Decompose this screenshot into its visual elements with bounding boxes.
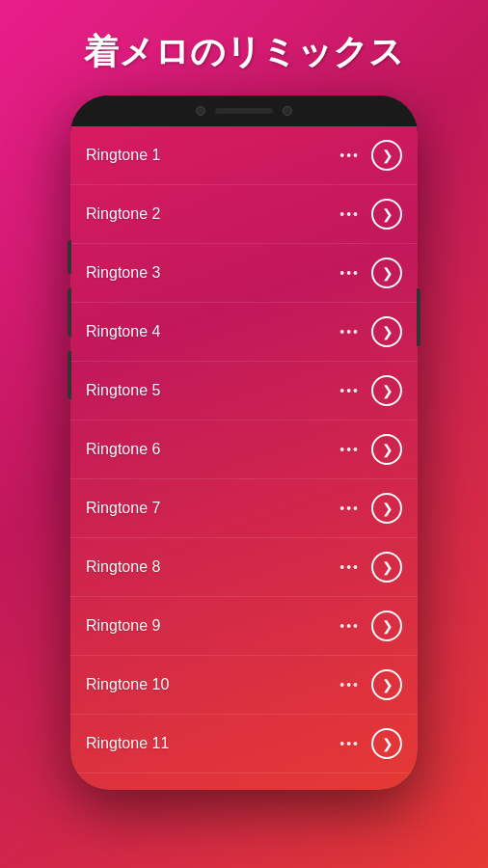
front-camera bbox=[196, 106, 205, 116]
play-button[interactable]: ❯ bbox=[371, 434, 402, 465]
volume-down-button bbox=[68, 351, 71, 399]
ringtone-item[interactable]: Ringtone 9•••❯ bbox=[70, 597, 418, 656]
ringtone-controls: •••❯ bbox=[339, 199, 402, 230]
ringtone-controls: •••❯ bbox=[339, 552, 402, 583]
ringtone-item[interactable]: Ringtone 6•••❯ bbox=[70, 420, 418, 479]
phone-notch bbox=[70, 95, 418, 126]
volume-up-button bbox=[68, 288, 71, 337]
ringtone-controls: •••❯ bbox=[339, 258, 402, 288]
ringtone-item[interactable]: Ringtone 5•••❯ bbox=[70, 362, 418, 420]
more-options-icon[interactable]: ••• bbox=[339, 442, 360, 457]
play-button[interactable]: ❯ bbox=[371, 669, 402, 700]
ringtone-controls: •••❯ bbox=[339, 316, 402, 347]
ringtone-item[interactable]: Ringtone 10•••❯ bbox=[70, 656, 418, 715]
phone-mockup: Ringtone 1•••❯Ringtone 2•••❯Ringtone 3••… bbox=[70, 95, 418, 790]
play-button[interactable]: ❯ bbox=[371, 258, 402, 288]
more-options-icon[interactable]: ••• bbox=[339, 501, 360, 516]
play-button[interactable]: ❯ bbox=[371, 199, 402, 230]
ringtone-item[interactable]: Ringtone 7•••❯ bbox=[70, 479, 418, 538]
ringtone-item[interactable]: Ringtone 4•••❯ bbox=[70, 303, 418, 362]
play-button[interactable]: ❯ bbox=[371, 493, 402, 524]
play-button[interactable]: ❯ bbox=[371, 375, 402, 406]
chevron-right-icon: ❯ bbox=[382, 383, 393, 398]
ringtone-name: Ringtone 8 bbox=[86, 558, 339, 576]
chevron-right-icon: ❯ bbox=[382, 206, 393, 222]
phone-screen: Ringtone 1•••❯Ringtone 2•••❯Ringtone 3••… bbox=[70, 126, 418, 790]
chevron-right-icon: ❯ bbox=[382, 736, 393, 751]
ringtone-item[interactable]: Ringtone 3•••❯ bbox=[70, 244, 418, 303]
more-options-icon[interactable]: ••• bbox=[339, 677, 360, 692]
ringtone-item[interactable]: Ringtone 1•••❯ bbox=[70, 126, 418, 185]
more-options-icon[interactable]: ••• bbox=[339, 324, 360, 339]
play-button[interactable]: ❯ bbox=[371, 610, 402, 641]
ringtone-name: Ringtone 9 bbox=[86, 617, 339, 635]
ringtone-list: Ringtone 1•••❯Ringtone 2•••❯Ringtone 3••… bbox=[70, 126, 418, 790]
ringtone-name: Ringtone 11 bbox=[86, 735, 339, 752]
ringtone-name: Ringtone 7 bbox=[86, 500, 339, 517]
play-button[interactable]: ❯ bbox=[371, 140, 402, 171]
ringtone-name: Ringtone 5 bbox=[86, 382, 339, 399]
ringtone-name: Ringtone 2 bbox=[86, 205, 339, 223]
chevron-right-icon: ❯ bbox=[382, 559, 393, 575]
ringtone-name: Ringtone 3 bbox=[86, 264, 339, 282]
ringtone-item[interactable]: Ringtone 2•••❯ bbox=[70, 185, 418, 244]
ringtone-controls: •••❯ bbox=[339, 375, 402, 406]
ringtone-controls: •••❯ bbox=[339, 669, 402, 700]
header: 着メロのリミックス bbox=[55, 0, 433, 95]
play-button[interactable]: ❯ bbox=[371, 728, 402, 759]
sensor-dot bbox=[283, 106, 292, 116]
more-options-icon[interactable]: ••• bbox=[339, 559, 360, 575]
play-button[interactable]: ❯ bbox=[371, 316, 402, 347]
ringtone-controls: •••❯ bbox=[339, 728, 402, 759]
ringtone-controls: •••❯ bbox=[339, 434, 402, 465]
ringtone-name: Ringtone 6 bbox=[86, 441, 339, 458]
more-options-icon[interactable]: ••• bbox=[339, 206, 360, 222]
ringtone-name: Ringtone 10 bbox=[86, 676, 339, 693]
chevron-right-icon: ❯ bbox=[382, 148, 393, 163]
chevron-right-icon: ❯ bbox=[382, 265, 393, 281]
app-title: 着メロのリミックス bbox=[55, 0, 433, 95]
more-options-icon[interactable]: ••• bbox=[339, 383, 360, 398]
play-button[interactable]: ❯ bbox=[371, 552, 402, 583]
speaker-bar bbox=[215, 108, 273, 114]
more-options-icon[interactable]: ••• bbox=[339, 148, 360, 163]
ringtone-controls: •••❯ bbox=[339, 610, 402, 641]
ringtone-controls: •••❯ bbox=[339, 140, 402, 171]
ringtone-name: Ringtone 4 bbox=[86, 323, 339, 340]
more-options-icon[interactable]: ••• bbox=[339, 265, 360, 281]
phone-frame: Ringtone 1•••❯Ringtone 2•••❯Ringtone 3••… bbox=[70, 95, 418, 790]
chevron-right-icon: ❯ bbox=[382, 324, 393, 339]
chevron-right-icon: ❯ bbox=[382, 618, 393, 634]
mute-button bbox=[68, 240, 71, 274]
ringtone-controls: •••❯ bbox=[339, 493, 402, 524]
ringtone-item[interactable]: Ringtone 8•••❯ bbox=[70, 538, 418, 597]
camera-area bbox=[196, 106, 292, 116]
ringtone-name: Ringtone 1 bbox=[86, 147, 339, 164]
chevron-right-icon: ❯ bbox=[382, 677, 393, 692]
chevron-right-icon: ❯ bbox=[382, 442, 393, 457]
chevron-right-icon: ❯ bbox=[382, 501, 393, 516]
more-options-icon[interactable]: ••• bbox=[339, 736, 360, 751]
ringtone-item[interactable]: Ringtone 11•••❯ bbox=[70, 715, 418, 773]
more-options-icon[interactable]: ••• bbox=[339, 618, 360, 634]
power-button bbox=[417, 288, 420, 346]
